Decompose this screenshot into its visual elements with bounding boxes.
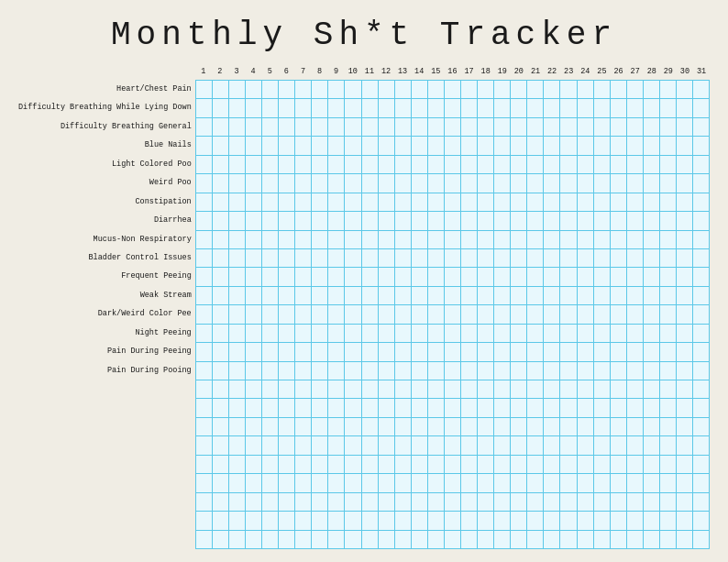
cell-r21-c22[interactable]	[560, 474, 577, 491]
cell-r23-c15[interactable]	[445, 512, 461, 529]
cell-r2-c12[interactable]	[395, 118, 412, 136]
cell-r19-c27[interactable]	[644, 436, 660, 454]
cell-r22-c16[interactable]	[461, 493, 478, 511]
cell-r3-c28[interactable]	[660, 137, 677, 154]
cell-r18-c27[interactable]	[644, 418, 660, 435]
cell-r17-c11[interactable]	[379, 399, 395, 416]
cell-r19-c6[interactable]	[295, 436, 312, 454]
cell-r22-c20[interactable]	[527, 493, 544, 511]
cell-r0-c12[interactable]	[395, 81, 412, 98]
cell-r1-c11[interactable]	[379, 99, 395, 116]
cell-r12-c6[interactable]	[295, 305, 312, 323]
cell-r4-c13[interactable]	[412, 156, 428, 173]
cell-r10-c1[interactable]	[213, 268, 229, 285]
cell-r13-c14[interactable]	[428, 325, 445, 342]
cell-r5-c8[interactable]	[328, 174, 345, 192]
cell-r5-c25[interactable]	[611, 174, 627, 192]
cell-r6-c24[interactable]	[594, 193, 611, 211]
cell-r24-c11[interactable]	[379, 531, 395, 548]
cell-r3-c20[interactable]	[527, 137, 544, 154]
cell-r23-c23[interactable]	[578, 512, 594, 529]
cell-r17-c22[interactable]	[560, 399, 577, 416]
cell-r2-c11[interactable]	[379, 118, 395, 136]
cell-r17-c21[interactable]	[544, 399, 560, 416]
cell-r13-c20[interactable]	[527, 325, 544, 342]
cell-r1-c18[interactable]	[494, 99, 511, 116]
cell-r6-c13[interactable]	[412, 193, 428, 211]
cell-r12-c20[interactable]	[527, 305, 544, 323]
cell-r15-c20[interactable]	[527, 362, 544, 380]
cell-r22-c3[interactable]	[246, 493, 262, 511]
cell-r14-c5[interactable]	[279, 343, 295, 360]
cell-r5-c28[interactable]	[660, 174, 677, 192]
cell-r7-c8[interactable]	[328, 212, 345, 229]
cell-r15-c5[interactable]	[279, 362, 295, 380]
cell-r15-c7[interactable]	[312, 362, 328, 380]
cell-r20-c3[interactable]	[246, 456, 262, 473]
cell-r2-c0[interactable]	[196, 118, 213, 136]
cell-r7-c7[interactable]	[312, 212, 328, 229]
cell-r12-c17[interactable]	[478, 305, 494, 323]
cell-r10-c20[interactable]	[527, 268, 544, 285]
cell-r19-c4[interactable]	[262, 436, 279, 454]
cell-r5-c11[interactable]	[379, 174, 395, 192]
cell-r15-c9[interactable]	[345, 362, 361, 380]
cell-r6-c19[interactable]	[511, 193, 527, 211]
cell-r19-c0[interactable]	[196, 436, 213, 454]
cell-r14-c4[interactable]	[262, 343, 279, 360]
cell-r7-c23[interactable]	[578, 212, 594, 229]
cell-r4-c5[interactable]	[279, 156, 295, 173]
cell-r1-c19[interactable]	[511, 99, 527, 116]
cell-r16-c19[interactable]	[511, 380, 527, 398]
cell-r21-c4[interactable]	[262, 474, 279, 491]
cell-r21-c14[interactable]	[428, 474, 445, 491]
cell-r18-c21[interactable]	[544, 418, 560, 435]
cell-r22-c8[interactable]	[328, 493, 345, 511]
cell-r21-c19[interactable]	[511, 474, 527, 491]
cell-r21-c18[interactable]	[494, 474, 511, 491]
cell-r13-c26[interactable]	[627, 325, 644, 342]
cell-r21-c9[interactable]	[345, 474, 361, 491]
cell-r9-c6[interactable]	[295, 249, 312, 267]
cell-r18-c28[interactable]	[660, 418, 677, 435]
cell-r6-c27[interactable]	[644, 193, 660, 211]
cell-r10-c25[interactable]	[611, 268, 627, 285]
cell-r0-c29[interactable]	[677, 81, 693, 98]
cell-r7-c27[interactable]	[644, 212, 660, 229]
cell-r7-c1[interactable]	[213, 212, 229, 229]
cell-r0-c24[interactable]	[594, 81, 611, 98]
cell-r23-c18[interactable]	[494, 512, 511, 529]
cell-r14-c14[interactable]	[428, 343, 445, 360]
cell-r21-c24[interactable]	[594, 474, 611, 491]
cell-r11-c2[interactable]	[229, 287, 246, 304]
cell-r24-c25[interactable]	[611, 531, 627, 548]
cell-r13-c4[interactable]	[262, 325, 279, 342]
cell-r8-c15[interactable]	[445, 231, 461, 248]
cell-r20-c5[interactable]	[279, 456, 295, 473]
cell-r18-c8[interactable]	[328, 418, 345, 435]
cell-r3-c8[interactable]	[328, 137, 345, 154]
cell-r5-c4[interactable]	[262, 174, 279, 192]
cell-r6-c28[interactable]	[660, 193, 677, 211]
cell-r22-c28[interactable]	[660, 493, 677, 511]
cell-r15-c22[interactable]	[560, 362, 577, 380]
cell-r23-c8[interactable]	[328, 512, 345, 529]
cell-r16-c22[interactable]	[560, 380, 577, 398]
cell-r22-c18[interactable]	[494, 493, 511, 511]
cell-r12-c12[interactable]	[395, 305, 412, 323]
cell-r1-c10[interactable]	[362, 99, 379, 116]
cell-r10-c26[interactable]	[627, 268, 644, 285]
cell-r16-c16[interactable]	[461, 380, 478, 398]
cell-r17-c19[interactable]	[511, 399, 527, 416]
cell-r5-c24[interactable]	[594, 174, 611, 192]
cell-r6-c0[interactable]	[196, 193, 213, 211]
cell-r20-c27[interactable]	[644, 456, 660, 473]
cell-r11-c18[interactable]	[494, 287, 511, 304]
cell-r8-c10[interactable]	[362, 231, 379, 248]
cell-r21-c13[interactable]	[412, 474, 428, 491]
cell-r16-c9[interactable]	[345, 380, 361, 398]
cell-r11-c24[interactable]	[594, 287, 611, 304]
cell-r8-c5[interactable]	[279, 231, 295, 248]
cell-r14-c3[interactable]	[246, 343, 262, 360]
cell-r1-c4[interactable]	[262, 99, 279, 116]
